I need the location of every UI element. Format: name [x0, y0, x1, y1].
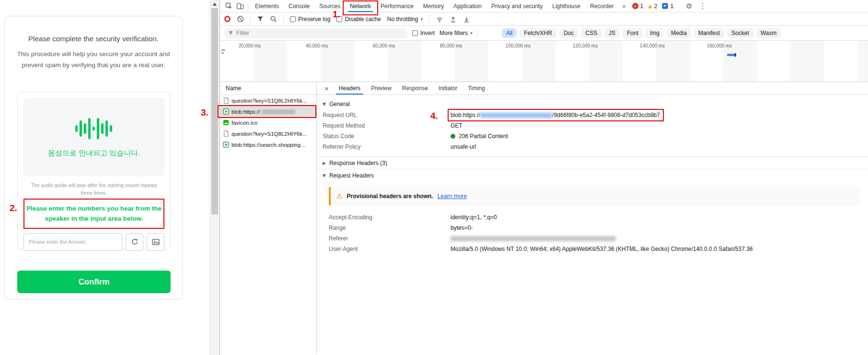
tab-headers[interactable]: Headers	[334, 82, 366, 95]
header-row-user-agent: User-Agent Mozilla/5.0 (Windows NT 10.0;…	[317, 244, 868, 254]
error-badge[interactable]: × 1	[632, 3, 644, 10]
waterfall-mark	[221, 49, 225, 51]
network-controls-bar: Preserve log Disable cache No throttling…	[220, 12, 868, 26]
network-conditions-icon[interactable]	[436, 15, 443, 23]
tab-recorder[interactable]: Recorder	[585, 0, 618, 12]
triangle-closed-icon: ▶	[323, 161, 326, 166]
request-headers-section-header[interactable]: ▼ Request Headers	[317, 169, 868, 181]
audio-note: The audio guide will play after the star…	[23, 182, 164, 197]
status-code-row: Status Code 206 Partial Content	[317, 131, 868, 142]
filter-input[interactable]: Filter	[224, 28, 407, 38]
tab-privacy-and-security[interactable]: Privacy and security	[486, 0, 547, 12]
chip-fetch-xhr[interactable]: Fetch/XHR	[520, 28, 556, 38]
warning-icon: ▲	[648, 3, 652, 9]
record-network-log-button[interactable]	[224, 16, 231, 22]
scrollbar-up-arrow-icon[interactable]	[213, 2, 217, 6]
request-row-question-1[interactable]: question?key=S1Q8L2HtY6k...	[220, 95, 316, 106]
kebab-menu-icon[interactable]: ⋮	[696, 2, 710, 11]
learn-more-link[interactable]: Learn more	[438, 193, 467, 200]
preserve-log-checkbox[interactable]: Preserve log	[290, 16, 330, 23]
annotation-number-3: 3.	[201, 107, 208, 118]
chip-js[interactable]: JS	[604, 28, 620, 38]
timeline-tick: 160,000 ms	[707, 43, 732, 48]
referrer-policy-row: Referrer Policy unsafe-url	[317, 142, 868, 152]
tab-network[interactable]: Network	[345, 0, 376, 12]
invert-checkbox[interactable]: Invert	[412, 30, 435, 36]
response-headers-section-header[interactable]: ▶ Response Headers (3)	[317, 156, 868, 169]
instruction-text-annotation-box-2: Please enter the numbers you hear from t…	[23, 199, 164, 229]
clear-network-log-icon[interactable]	[237, 15, 244, 23]
page-scrollbar[interactable]	[209, 0, 220, 355]
inspect-element-icon[interactable]	[223, 1, 234, 12]
disable-cache-checkbox[interactable]: Disable cache	[336, 16, 381, 23]
divider	[429, 15, 429, 23]
warning-badge[interactable]: ▲ 2	[648, 3, 657, 10]
chip-css[interactable]: CSS	[581, 28, 602, 38]
network-filter-bar: Filter Invert More filters ▾ All Fetch/X…	[220, 26, 868, 41]
divider	[477, 29, 478, 37]
name-column-header[interactable]: Name	[220, 82, 316, 95]
tab-memory[interactable]: Memory	[418, 0, 449, 12]
image-captcha-button[interactable]	[147, 233, 164, 251]
refresh-icon	[131, 238, 139, 246]
request-row-question-2[interactable]: question?key=S1Q8L2HtY6k...	[220, 128, 316, 139]
image-icon	[151, 238, 160, 246]
more-tabs-icon[interactable]: »	[618, 2, 629, 10]
chip-img[interactable]: Img	[646, 28, 664, 38]
device-toolbar-icon[interactable]	[234, 1, 246, 12]
more-filters-dropdown[interactable]: More filters ▾	[440, 30, 473, 36]
tab-timing[interactable]: Timing	[463, 82, 490, 95]
tab-sources[interactable]: Sources	[314, 0, 345, 12]
divider	[283, 15, 284, 23]
close-icon[interactable]: ×	[320, 84, 334, 93]
chip-wasm[interactable]: Wasm	[756, 28, 781, 38]
tab-response[interactable]: Response	[397, 82, 433, 95]
timeline-tick: 100,000 ms	[506, 43, 531, 48]
annotation-number-2: 2.	[10, 203, 17, 213]
request-list-panel: Name question?key=S1Q8L2HtY6k...	[220, 82, 317, 355]
network-timeline-overview[interactable]: 20,000 ms 40,000 ms 60,000 ms 80,000 ms …	[220, 41, 868, 82]
chip-manifest[interactable]: Manifest	[694, 28, 724, 38]
export-har-icon[interactable]	[463, 15, 470, 23]
checkbox-icon	[290, 16, 296, 22]
timeline-tick: 140,000 ms	[640, 43, 665, 48]
chip-socket[interactable]: Socket	[727, 28, 753, 38]
chip-font[interactable]: Font	[623, 28, 643, 38]
favicon-thumbnail	[223, 119, 229, 126]
provisional-headers-warning: ⚠ Provisional headers are shown. Learn m…	[329, 187, 859, 205]
request-row-blob-selected[interactable]: blob:https://	[220, 106, 316, 117]
timeline-tick: 120,000 ms	[573, 43, 598, 48]
chip-all[interactable]: All	[502, 28, 517, 38]
refresh-audio-button[interactable]	[126, 233, 143, 251]
tab-elements[interactable]: Elements	[250, 0, 284, 12]
tab-performance[interactable]: Performance	[376, 0, 418, 12]
document-icon	[223, 97, 229, 104]
scrollbar-thumb[interactable]	[211, 8, 218, 214]
general-section-header[interactable]: ▼ General	[317, 98, 868, 110]
search-icon[interactable]	[270, 15, 277, 23]
provisional-warning-text: Provisional headers are shown.	[347, 193, 433, 200]
request-url-value[interactable]: blob:https:///9d66f80b-e5a2-454f-9808-d7…	[451, 111, 660, 119]
answer-input[interactable]	[23, 233, 122, 251]
request-row-blob-search[interactable]: blob:https://search.shopping...	[220, 139, 316, 150]
tab-preview[interactable]: Preview	[366, 82, 397, 95]
timeline-tick: 40,000 ms	[306, 43, 328, 48]
import-har-icon[interactable]	[450, 15, 457, 23]
verification-title: Please complete the security verificatio…	[5, 35, 182, 43]
tab-application[interactable]: Application	[449, 0, 486, 12]
request-row-favicon[interactable]: favicon.ico	[220, 117, 316, 128]
answer-row	[23, 233, 164, 251]
chip-doc[interactable]: Doc	[559, 28, 578, 38]
issues-badge[interactable]: 1	[662, 3, 673, 10]
filter-funnel-icon[interactable]	[257, 16, 264, 22]
tab-initiator[interactable]: Initiator	[433, 82, 463, 95]
divider	[250, 15, 251, 23]
redacted-referer-value	[451, 236, 616, 241]
tab-console[interactable]: Console	[284, 0, 314, 12]
confirm-button[interactable]: Confirm	[17, 271, 171, 293]
chip-media[interactable]: Media	[667, 28, 691, 38]
settings-gear-icon[interactable]: ⚙	[683, 2, 695, 11]
throttling-dropdown[interactable]: No throttling ▾	[387, 16, 423, 23]
tab-lighthouse[interactable]: Lighthouse	[547, 0, 585, 12]
triangle-open-icon: ▼	[323, 173, 326, 178]
